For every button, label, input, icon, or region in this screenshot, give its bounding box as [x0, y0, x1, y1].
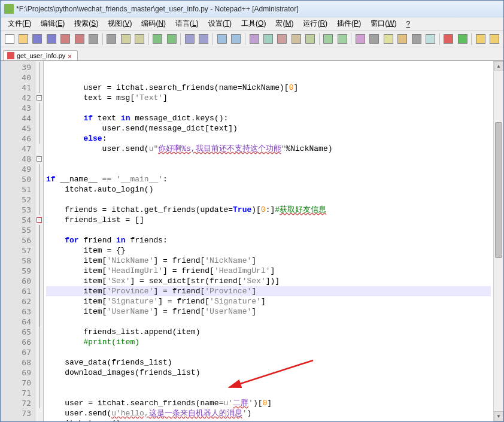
- close-button[interactable]: [59, 32, 72, 45]
- menu-item[interactable]: 视图(V): [103, 17, 136, 30]
- title-bar[interactable]: *F:\Projects\python\wechat_friends_maste…: [1, 1, 503, 17]
- code-line[interactable]: itchat.auto_login(): [46, 184, 491, 195]
- menu-item[interactable]: 宏(M): [271, 17, 298, 30]
- lang-button[interactable]: [303, 32, 316, 45]
- code-line[interactable]: itchat.run(): [46, 418, 491, 421]
- code-line[interactable]: item['NickName'] = friend['NickName']: [46, 256, 491, 266]
- code-line[interactable]: text = msg['Text']: [46, 93, 491, 103]
- wrap-button[interactable]: [262, 32, 274, 45]
- code-line[interactable]: #print(item): [46, 337, 491, 347]
- scroll-up-button[interactable]: ▲: [494, 61, 503, 71]
- code-line[interactable]: user.send(u'hello,这是一条来自机器人的消息'): [46, 408, 491, 418]
- app-icon: [4, 4, 14, 14]
- eye-button[interactable]: [424, 32, 436, 45]
- map-button[interactable]: [368, 32, 381, 45]
- code-line[interactable]: item['Province'] = friend['Province']: [46, 286, 491, 296]
- wrap-icon: [263, 34, 273, 44]
- uncomment-button[interactable]: [336, 32, 348, 45]
- undo-button[interactable]: [151, 32, 164, 45]
- code-line[interactable]: [46, 195, 491, 205]
- mon-button[interactable]: [410, 32, 423, 45]
- copy-button[interactable]: [119, 32, 132, 45]
- menu-item[interactable]: ?: [401, 19, 415, 29]
- separator: [102, 33, 103, 45]
- play-button[interactable]: [456, 32, 469, 45]
- scroll-down-button[interactable]: ▼: [494, 411, 503, 421]
- save-button[interactable]: [31, 32, 44, 45]
- code-area[interactable]: user = itchat.search_friends(name=NickNa…: [44, 61, 493, 421]
- code-line[interactable]: friends_list.append(item): [46, 327, 491, 337]
- code-line[interactable]: item['Sex'] = sex_dict[str(friend['Sex']…: [46, 276, 491, 286]
- copy-icon: [121, 34, 130, 44]
- doc-button[interactable]: [382, 32, 394, 45]
- code-line[interactable]: friends = itchat.get_friends(update=True…: [46, 205, 491, 215]
- file-tab[interactable]: get_user_info.py ×: [3, 50, 78, 60]
- code-line[interactable]: friends_list = []: [46, 215, 491, 225]
- code-line[interactable]: user.send(message_dict[text]): [46, 123, 491, 133]
- replace-button[interactable]: [198, 32, 210, 45]
- code-line[interactable]: [46, 317, 491, 327]
- menu-item[interactable]: 编码(N): [136, 17, 171, 30]
- code-line[interactable]: user = itchat.search_friends(name=u'二胖')…: [46, 398, 491, 408]
- code-line[interactable]: [46, 225, 491, 235]
- a2-button[interactable]: [488, 32, 501, 45]
- menu-item[interactable]: 编辑(E): [36, 17, 69, 30]
- indent-button[interactable]: [290, 32, 302, 45]
- record-button[interactable]: [442, 32, 455, 45]
- menu-item[interactable]: 运行(R): [298, 17, 332, 30]
- close-all-icon: [75, 34, 84, 44]
- menu-item[interactable]: 插件(P): [332, 17, 366, 30]
- code-line[interactable]: download_images(friends_list): [46, 368, 491, 378]
- code-line[interactable]: [46, 388, 491, 398]
- cut-button[interactable]: [105, 32, 118, 45]
- code-line[interactable]: item = {}: [46, 245, 491, 256]
- sync-button[interactable]: [248, 32, 260, 45]
- fold-toggle[interactable]: −: [37, 156, 42, 162]
- vertical-scrollbar[interactable]: ▲ ▼: [493, 61, 503, 421]
- print-button[interactable]: [87, 32, 99, 45]
- menu-item[interactable]: 窗口(W): [366, 17, 401, 30]
- code-line[interactable]: else:: [46, 133, 491, 144]
- menu-item[interactable]: 工具(O): [236, 17, 271, 30]
- open-button[interactable]: [17, 32, 29, 45]
- code-line[interactable]: if text in message_dict.keys():: [46, 113, 491, 123]
- func-button[interactable]: [354, 32, 366, 45]
- scroll-thumb[interactable]: [495, 122, 502, 258]
- close-all-button[interactable]: [73, 32, 86, 45]
- code-line[interactable]: item['HeadImgUrl'] = friend['HeadImgUrl'…: [46, 266, 491, 276]
- code-line[interactable]: save_data(friends_list): [46, 357, 491, 368]
- line-number: 63: [1, 306, 31, 317]
- menu-item[interactable]: 设置(T): [204, 17, 236, 30]
- comment-button[interactable]: [322, 32, 335, 45]
- folder-button[interactable]: [396, 32, 409, 45]
- scroll-track[interactable]: [494, 71, 503, 411]
- chars-button[interactable]: [276, 32, 289, 45]
- menu-item[interactable]: 语言(L): [171, 17, 204, 30]
- code-line[interactable]: for friend in friends:: [46, 235, 491, 245]
- zoom-in-button[interactable]: [215, 32, 228, 45]
- save-all-button[interactable]: [45, 32, 57, 45]
- code-line[interactable]: item['Signature'] = friend['Signature']: [46, 296, 491, 306]
- code-line[interactable]: [46, 164, 491, 174]
- find-button[interactable]: [183, 32, 196, 45]
- code-line[interactable]: user = itchat.search_friends(name=NickNa…: [46, 83, 491, 93]
- zoom-out-button[interactable]: [230, 32, 242, 45]
- code-line[interactable]: if __name__ == '__main__':: [46, 174, 491, 184]
- code-line[interactable]: [46, 347, 491, 357]
- menu-item[interactable]: 搜索(S): [69, 17, 103, 30]
- tab-close-button[interactable]: ×: [68, 53, 74, 59]
- redo-button[interactable]: [165, 32, 178, 45]
- code-line[interactable]: user.send(u"你好啊%s,我目前还不支持这个功能"%NickName): [46, 144, 491, 154]
- code-line[interactable]: [46, 154, 491, 164]
- fold-toggle[interactable]: −: [37, 217, 42, 223]
- fold-line: [39, 256, 40, 266]
- code-line[interactable]: [46, 378, 491, 388]
- fold-toggle[interactable]: −: [37, 95, 42, 101]
- paste-button[interactable]: [133, 32, 145, 45]
- menu-item[interactable]: 文件(F): [3, 17, 36, 30]
- new-button[interactable]: [3, 32, 16, 45]
- code-line[interactable]: item['UserName'] = friend['UserName']: [46, 306, 491, 317]
- code-line[interactable]: [46, 103, 491, 113]
- line-number: 48: [1, 154, 31, 164]
- a1-button[interactable]: [474, 32, 487, 45]
